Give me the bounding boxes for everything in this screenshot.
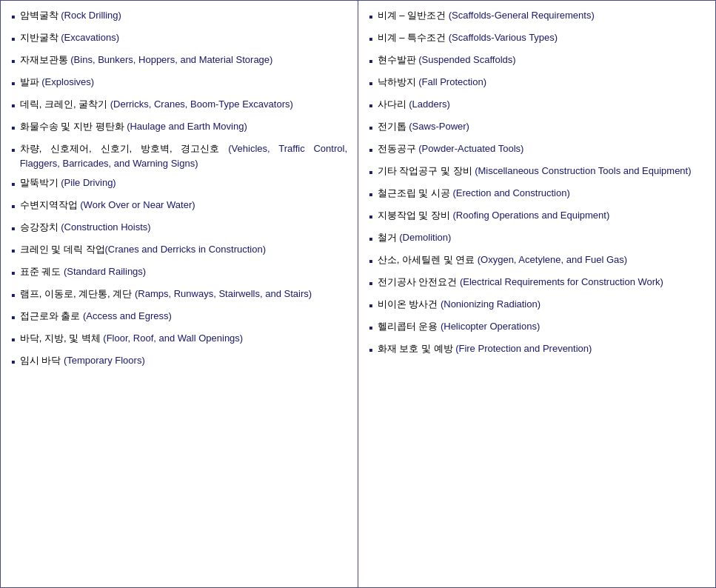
bullet-icon: ▪ (369, 341, 373, 359)
english-text: (Powder-Actuated Tools) (416, 143, 524, 154)
english-text: (Demolition) (397, 232, 452, 243)
item-text: 바닥, 지방, 및 벽체 (Floor, Roof, and Wall Open… (20, 331, 347, 346)
bullet-icon: ▪ (369, 75, 373, 93)
list-item: ▪수변지역작업 (Work Over or Near Water) (11, 198, 347, 216)
english-text: (Construction Hoists) (58, 221, 151, 233)
english-text: (Scaffolds-General Requirements) (446, 10, 595, 21)
english-text: (Suspended Scaffolds) (416, 54, 516, 65)
item-text: 발파 (Explosives) (20, 75, 347, 90)
korean-text: 암벽굴착 (20, 10, 58, 21)
list-item: ▪지반굴착 (Excavations) (11, 30, 347, 48)
list-item: ▪접근로와 출로 (Access and Egress) (11, 309, 347, 327)
list-item: ▪암벽굴착 (Rock Drilling) (11, 8, 347, 26)
item-text: 비이온 방사건 (Nonionizing Radiation) (378, 297, 705, 312)
english-text: (Bins, Bunkers, Hoppers, and Material St… (68, 54, 273, 65)
item-text: 전동공구 (Powder-Actuated Tools) (378, 141, 705, 156)
column-2: ▪비계 – 일반조건 (Scaffolds-General Requiremen… (358, 1, 715, 587)
korean-text: 화재 보호 및 예방 (378, 343, 453, 354)
list-item: ▪철거 (Demolition) (369, 230, 705, 248)
item-text: 차량, 신호제어, 신호기, 방호벽, 경고신호 (Vehicles, Traf… (20, 141, 347, 171)
korean-text: 사다리 (378, 98, 406, 110)
item-text: 산소, 아세틸렌 및 연료 (Oxygen, Acetylene, and Fu… (378, 253, 705, 267)
bullet-icon: ▪ (11, 198, 16, 216)
bullet-icon: ▪ (369, 53, 373, 70)
english-text: (Helicopter Operations) (438, 321, 540, 332)
english-text: (Saws-Power) (406, 121, 469, 132)
item-text: 말뚝박기 (Pile Driving) (20, 176, 347, 190)
english-text: (Excavations) (58, 32, 119, 43)
item-text: 수변지역작업 (Work Over or Near Water) (20, 198, 347, 213)
korean-text: 비계 – 일반조건 (378, 10, 446, 21)
korean-text: 발파 (20, 76, 39, 87)
bullet-icon: ▪ (11, 119, 16, 137)
bullet-icon: ▪ (11, 220, 16, 238)
english-text: (Erection and Construction) (450, 187, 570, 198)
bullet-icon: ▪ (369, 8, 373, 26)
korean-text: 비계 – 특수조건 (378, 32, 446, 43)
item-text: 철근조립 및 시공 (Erection and Construction) (378, 186, 705, 201)
bullet-icon: ▪ (11, 353, 16, 371)
item-text: 지반굴착 (Excavations) (20, 30, 347, 45)
english-text: (Haulage and Earth Moving) (124, 121, 247, 132)
bullet-icon: ▪ (11, 141, 16, 159)
english-text: (Ladders) (406, 98, 450, 110)
bullet-icon: ▪ (11, 75, 16, 93)
english-text: (Fire Protection and Prevention) (453, 343, 592, 354)
korean-text: 비이온 방사건 (378, 298, 438, 310)
korean-text: 지붕작업 및 장비 (378, 210, 450, 221)
bullet-icon: ▪ (369, 119, 373, 137)
korean-text: 철근조립 및 시공 (378, 187, 450, 198)
item-text: 크레인 및 데릭 작업(Cranes and Derricks in Const… (20, 242, 347, 257)
item-text: 현수발판 (Suspended Scaffolds) (378, 53, 705, 67)
list-item: ▪전기공사 안전요건 (Electrical Requirements for … (369, 275, 705, 293)
english-text: (Miscellaneous Construction Tools and Eq… (472, 165, 692, 176)
item-text: 기타 작업공구 및 장비 (Miscellaneous Construction… (378, 164, 705, 178)
list-item: ▪말뚝박기 (Pile Driving) (11, 176, 347, 193)
list-item: ▪차량, 신호제어, 신호기, 방호벽, 경고신호 (Vehicles, Tra… (11, 141, 347, 171)
list-item: ▪헬리콥터 운용 (Helicopter Operations) (369, 319, 705, 337)
bullet-icon: ▪ (11, 8, 16, 26)
item-text: 암벽굴착 (Rock Drilling) (20, 8, 347, 23)
bullet-icon: ▪ (11, 30, 16, 48)
bullet-icon: ▪ (369, 253, 373, 270)
list-item: ▪화재 보호 및 예방 (Fire Protection and Prevent… (369, 341, 705, 359)
column-1: ▪암벽굴착 (Rock Drilling)▪지반굴착 (Excavations)… (1, 1, 358, 587)
bullet-icon: ▪ (369, 186, 373, 204)
item-text: 데릭, 크레인, 굴착기 (Derricks, Cranes, Boom-Typ… (20, 97, 347, 112)
korean-text: 기타 작업공구 및 장비 (378, 165, 472, 176)
english-text: (Scaffolds-Various Types) (446, 32, 558, 43)
item-text: 전기공사 안전요건 (Electrical Requirements for C… (378, 275, 705, 290)
list-item: ▪바닥, 지방, 및 벽체 (Floor, Roof, and Wall Ope… (11, 331, 347, 349)
korean-text: 전동공구 (378, 143, 416, 154)
list-item: ▪현수발판 (Suspended Scaffolds) (369, 53, 705, 70)
list-item: ▪화물수송 및 지반 평탄화 (Haulage and Earth Moving… (11, 119, 347, 137)
bullet-icon: ▪ (11, 176, 16, 193)
korean-text: 자재보관통 (20, 54, 68, 65)
bullet-icon: ▪ (369, 275, 373, 293)
korean-text: 지반굴착 (20, 32, 58, 43)
english-text: (Electrical Requirements for Constructio… (457, 276, 663, 287)
list-item: ▪비계 – 일반조건 (Scaffolds-General Requiremen… (369, 8, 705, 26)
korean-text: 데릭, 크레인, 굴착기 (20, 98, 107, 110)
korean-text: 바닥, 지방, 및 벽체 (20, 333, 101, 344)
bullet-icon: ▪ (11, 331, 16, 349)
english-text: (Work Over or Near Water) (78, 199, 195, 210)
list-item: ▪램프, 이동로, 계단통, 계단 (Ramps, Runways, Stair… (11, 287, 347, 304)
bullet-icon: ▪ (369, 319, 373, 337)
list-item: ▪사다리 (Ladders) (369, 97, 705, 115)
list-item: ▪기타 작업공구 및 장비 (Miscellaneous Constructio… (369, 164, 705, 181)
english-text: (Access and Egress) (80, 310, 172, 321)
korean-text: 램프, 이동로, 계단통, 계단 (20, 288, 133, 299)
english-text: (Cranes and Derricks in Construction) (105, 244, 266, 255)
english-text: (Standard Railings) (61, 266, 146, 277)
bullet-icon: ▪ (11, 287, 16, 304)
english-text: (Fall Protection) (416, 76, 486, 87)
list-item: ▪비계 – 특수조건 (Scaffolds-Various Types) (369, 30, 705, 48)
item-text: 화재 보호 및 예방 (Fire Protection and Preventi… (378, 341, 705, 356)
bullet-icon: ▪ (369, 141, 373, 159)
bullet-icon: ▪ (11, 309, 16, 327)
item-text: 사다리 (Ladders) (378, 97, 705, 112)
list-item: ▪승강장치 (Construction Hoists) (11, 220, 347, 238)
korean-text: 전기공사 안전요건 (378, 276, 458, 287)
item-text: 표준 궤도 (Standard Railings) (20, 264, 347, 279)
